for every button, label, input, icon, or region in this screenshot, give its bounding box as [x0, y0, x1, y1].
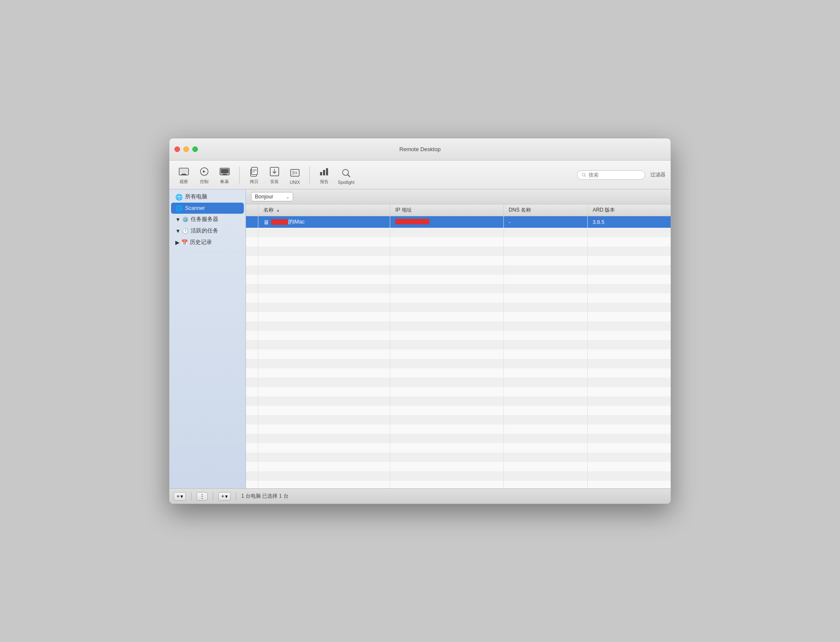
- observe-icon: [177, 165, 191, 178]
- statusbar: + ▾ ⋮ + ▾ 1 台电脑 已选择 1 台: [169, 488, 671, 504]
- sort-arrow-icon: ▲: [276, 208, 280, 212]
- table-row: [246, 368, 671, 378]
- task-server-disclosure: ▼: [175, 217, 180, 223]
- chevron-down-icon: ⌄: [286, 195, 289, 199]
- scanner-icon: 🌐: [175, 205, 183, 212]
- table-row: [246, 340, 671, 350]
- sidebar-item-scanner[interactable]: 🌐 Scanner: [171, 203, 244, 214]
- table-row: [246, 312, 671, 321]
- content-toolbar: Bonjour ⌄: [246, 189, 671, 204]
- history-disclosure: ▶: [175, 239, 180, 246]
- toolbar-group-report: 报告 Spotlight: [315, 163, 357, 186]
- toolbar-group-observe: 观察 控制 帐幕: [174, 163, 234, 186]
- add2-icon: +: [221, 493, 224, 499]
- toolbar-separator-1: [239, 166, 240, 183]
- table-row: [246, 331, 671, 340]
- copy-icon: [247, 165, 261, 178]
- search-icon: [582, 172, 586, 178]
- col-dns[interactable]: DNS 名称: [503, 204, 587, 216]
- table-row: [246, 359, 671, 368]
- col-ip[interactable]: IP 地址: [390, 204, 503, 216]
- table-row: [246, 415, 671, 424]
- task-server-icon: ⚙️: [182, 216, 189, 223]
- observe-button[interactable]: 观察: [174, 163, 193, 186]
- curtain-button[interactable]: 帐幕: [215, 163, 234, 186]
- svg-rect-13: [323, 170, 325, 175]
- sidebar-item-task-server[interactable]: ▼ ⚙️ 任务服务器: [171, 214, 244, 225]
- unix-button[interactable]: UNIX: [286, 164, 304, 186]
- add2-dropdown-icon: ▾: [225, 493, 228, 499]
- sidebar-item-all-computers[interactable]: 🌐 所有电脑: [171, 191, 244, 203]
- unix-icon: [288, 166, 302, 180]
- computers-table: 名称 ▲ IP 地址 DNS 名称 ARD 版本: [246, 204, 671, 488]
- row-ip: [390, 216, 503, 228]
- minimize-button[interactable]: [183, 146, 189, 152]
- list-resize-handle[interactable]: ⋮: [197, 492, 208, 501]
- toolbar-separator-2: [309, 166, 310, 183]
- table-row: [246, 406, 671, 415]
- main-area: 🌐 所有电脑 🌐 Scanner ▼ ⚙️ 任务服务器 ▼ 🕐 活跃的任务: [169, 189, 671, 488]
- toolbar: 观察 控制 帐幕: [169, 160, 671, 189]
- all-computers-icon: 🌐: [175, 194, 183, 201]
- add-icon: +: [177, 493, 180, 499]
- row-name: 🖥 的iMac: [258, 216, 390, 228]
- table-row: [246, 284, 671, 293]
- sidebar-item-active-tasks[interactable]: ▼ 🕐 活跃的任务: [171, 225, 244, 237]
- name-suffix: 的iMac: [288, 218, 305, 226]
- spotlight-icon: [339, 166, 353, 180]
- table-body: 🖥 的iMac - 3.8.5: [246, 216, 671, 489]
- spotlight-button[interactable]: Spotlight: [335, 164, 357, 186]
- svg-rect-12: [320, 172, 322, 175]
- bonjour-value: Bonjour: [255, 194, 273, 200]
- scanner-label: Scanner: [185, 205, 205, 211]
- table-row: [246, 228, 671, 237]
- close-button[interactable]: [174, 146, 180, 152]
- table-row: [246, 424, 671, 434]
- statusbar-separator-3: [236, 492, 236, 501]
- active-tasks-icon: 🕐: [182, 228, 189, 234]
- table-row: [246, 350, 671, 359]
- spotlight-label: Spotlight: [338, 180, 354, 185]
- curtain-label: 帐幕: [220, 179, 229, 185]
- install-button[interactable]: 安装: [265, 163, 284, 186]
- traffic-lights: [174, 146, 198, 152]
- active-tasks-label: 活跃的任务: [191, 227, 218, 235]
- install-label: 安装: [270, 179, 279, 185]
- task-server-label: 任务服务器: [191, 216, 218, 223]
- table-row: [246, 434, 671, 443]
- add-group-button[interactable]: + ▾: [174, 492, 186, 501]
- svg-rect-14: [326, 168, 328, 175]
- report-button[interactable]: 报告: [315, 163, 334, 186]
- control-icon: [197, 165, 211, 178]
- maximize-button[interactable]: [192, 146, 198, 152]
- search-box[interactable]: [577, 170, 645, 180]
- name-redacted: [271, 219, 288, 225]
- copy-label: 拷贝: [250, 179, 258, 185]
- table-row: [246, 246, 671, 256]
- sidebar: 🌐 所有电脑 🌐 Scanner ▼ ⚙️ 任务服务器 ▼ 🕐 活跃的任务: [169, 189, 246, 488]
- col-name[interactable]: 名称 ▲: [258, 204, 390, 216]
- computer-icon: 🖥: [263, 219, 269, 226]
- active-tasks-disclosure: ▼: [175, 228, 180, 234]
- control-button[interactable]: 控制: [195, 163, 214, 186]
- table-row: [246, 443, 671, 453]
- table-header-row: 名称 ▲ IP 地址 DNS 名称 ARD 版本: [246, 204, 671, 216]
- filter-label: 过滤器: [650, 171, 666, 178]
- install-icon: [268, 165, 281, 178]
- add-computer-button[interactable]: + ▾: [218, 492, 231, 501]
- svg-rect-2: [180, 175, 187, 175]
- sidebar-item-history[interactable]: ▶ 📅 历史记录: [171, 237, 244, 248]
- bonjour-dropdown[interactable]: Bonjour ⌄: [251, 192, 293, 201]
- copy-button[interactable]: 拷贝: [245, 163, 263, 186]
- table-row: [246, 378, 671, 387]
- table-row: [246, 256, 671, 265]
- history-label: 历史记录: [190, 239, 212, 246]
- table-row: [246, 321, 671, 331]
- table-row: [246, 387, 671, 396]
- table-row: [246, 303, 671, 312]
- row-ard: 3.8.5: [587, 216, 671, 228]
- search-input[interactable]: [589, 172, 640, 178]
- toolbar-group-install: 拷贝 安装: [245, 163, 304, 186]
- table-row[interactable]: 🖥 的iMac - 3.8.5: [246, 216, 671, 228]
- col-ard[interactable]: ARD 版本: [587, 204, 671, 216]
